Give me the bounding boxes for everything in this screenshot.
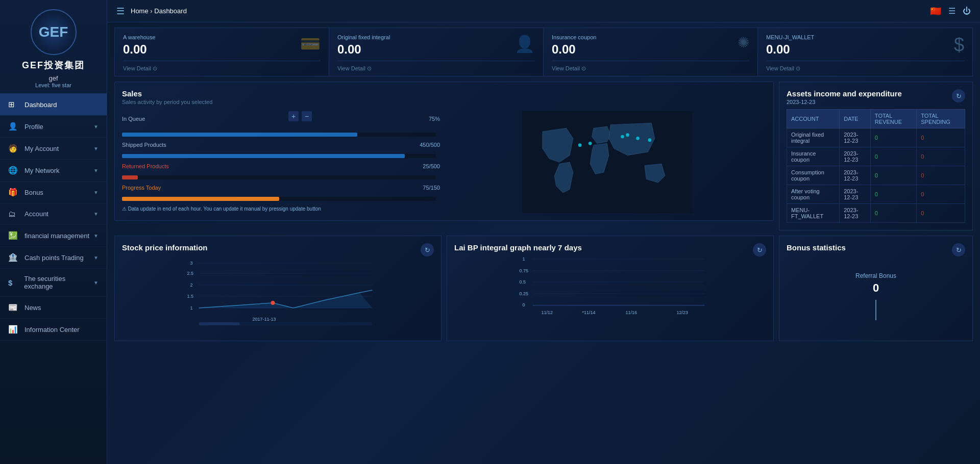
view-detail-link-insurance[interactable]: View Detail ⊙ xyxy=(552,65,749,72)
chevron-down-icon: ▼ xyxy=(93,146,99,151)
world-map-svg xyxy=(448,111,766,213)
chevron-down-icon: ▼ xyxy=(93,211,99,217)
sidebar-item-profile[interactable]: 👤 Profile ▼ xyxy=(0,116,107,138)
sales-row-shipped: Shipped Products 450/500 xyxy=(122,142,440,148)
svg-point-5 xyxy=(636,137,640,140)
bottom-row: Stock price information ↻ 3 2.5 2 1.5 1 xyxy=(114,236,973,341)
bar-wrap-progress xyxy=(122,197,436,201)
content-area: A warehouse 0.00 💳 View Detail ⊙ Origina… xyxy=(107,22,980,464)
stat-value-fixed-integral: 0.00 xyxy=(337,42,535,57)
svg-point-6 xyxy=(648,138,652,142)
financial-icon: 💹 xyxy=(8,231,19,240)
divider xyxy=(552,61,749,61)
view-detail-link-integral[interactable]: View Detail ⊙ xyxy=(337,65,535,72)
svg-text:3: 3 xyxy=(190,261,193,266)
sidebar-item-label: The securities exchange xyxy=(24,275,93,290)
refresh-button[interactable]: ↻ xyxy=(952,89,965,102)
stock-chart-svg: 3 2.5 2 1.5 1 xyxy=(122,257,434,328)
sales-note: ⚠ Data update in end of each hour. You c… xyxy=(122,206,440,212)
sidebar-item-news[interactable]: 📰 News xyxy=(0,297,107,319)
lai-bp-chart: 1 0.75 0.5 0.25 0 11/12 xyxy=(454,253,766,329)
sales-subtitle: Sales activity by period you selected xyxy=(122,99,766,105)
bar-wrap-queue xyxy=(122,133,436,137)
stat-value-insurance: 0.00 xyxy=(552,42,749,57)
svg-text:1: 1 xyxy=(523,256,525,262)
my-account-icon: 🧑 xyxy=(8,144,19,153)
stock-refresh-button[interactable]: ↻ xyxy=(421,243,434,256)
sidebar-item-my-network[interactable]: 🌐 My Network ▼ xyxy=(0,160,107,182)
stat-card-wallet: MENU-JI_WALLET 0.00 $ View Detail ⊙ xyxy=(758,28,972,76)
sidebar-item-financial-management[interactable]: 💹 financial management ▼ xyxy=(0,225,107,247)
sidebar-item-label: My Account xyxy=(24,145,59,152)
cell-revenue: 0 xyxy=(870,147,916,166)
sidebar-item-dashboard[interactable]: ⊞ Dashboard xyxy=(0,94,107,116)
cell-spending: 0 xyxy=(917,204,965,223)
cell-spending: 0 xyxy=(917,185,965,204)
assets-date: 2023-12-23 xyxy=(787,99,965,105)
lai-bp-svg: 1 0.75 0.5 0.25 0 11/12 xyxy=(454,253,766,324)
sidebar-item-label: Bonus xyxy=(24,189,43,196)
power-icon[interactable]: ⏻ xyxy=(963,7,971,16)
cell-account: Consumption coupon xyxy=(787,166,840,185)
bonus-refresh-button[interactable]: ↻ xyxy=(952,243,965,256)
sidebar-logo: GEF GEF投资集团 gef Level: five star xyxy=(0,0,107,94)
assets-table: ACCOUNT DATE TOTAL REVENUE TOTAL SPENDIN… xyxy=(787,109,965,223)
svg-point-3 xyxy=(621,135,624,139)
svg-text:11/16: 11/16 xyxy=(626,310,638,315)
view-detail-link-wallet[interactable]: View Detail ⊙ xyxy=(766,65,964,72)
sidebar-item-account[interactable]: 🗂 Account ▼ xyxy=(0,203,107,225)
stat-value-wallet: 0.00 xyxy=(766,42,964,57)
sales-label-queue: In Queue xyxy=(122,116,188,122)
svg-text:12/23: 12/23 xyxy=(677,310,689,315)
th-spending: TOTAL SPENDING xyxy=(917,110,965,128)
sales-label-returned: Returned Products xyxy=(122,163,188,169)
sales-controls: + − xyxy=(288,111,312,121)
cursor-line xyxy=(875,300,876,320)
referral-bonus: Referral Bonus 0 xyxy=(787,272,965,320)
logo-circle: GEF xyxy=(31,9,77,55)
sidebar-item-cash-points-trading[interactable]: 🏦 Cash points Trading ▼ xyxy=(0,247,107,269)
stock-title: Stock price information xyxy=(122,243,434,252)
sidebar-item-bonus[interactable]: 🎁 Bonus ▼ xyxy=(0,182,107,203)
cell-revenue: 0 xyxy=(870,185,916,204)
chevron-down-icon: ▼ xyxy=(93,124,99,130)
sidebar-item-label: Account xyxy=(24,210,48,218)
flag-icon[interactable]: 🇨🇳 xyxy=(930,6,941,17)
menu-icon[interactable]: ☰ xyxy=(948,6,955,16)
securities-icon: $ xyxy=(8,278,19,287)
svg-rect-32 xyxy=(533,305,705,306)
sales-val-queue: 75% xyxy=(412,116,440,122)
breadcrumb-home[interactable]: Home xyxy=(131,7,149,15)
bonus-title: Bonus statistics xyxy=(787,243,965,252)
cash-icon: 🏦 xyxy=(8,253,19,262)
bar-wrap-shipped xyxy=(122,154,436,158)
lai-bp-title: Lai BP integral graph nearly 7 days xyxy=(454,243,766,252)
news-icon: 📰 xyxy=(8,303,19,312)
sales-panel: Sales Sales activity by period you selec… xyxy=(114,82,774,221)
cell-date: 2023-12-23 xyxy=(840,147,871,166)
spin-icon: ✺ xyxy=(738,34,749,51)
table-row: After voting coupon 2023-12-23 0 0 xyxy=(787,185,965,204)
svg-text:2: 2 xyxy=(190,282,193,288)
cell-date: 2023-12-23 xyxy=(840,185,871,204)
sidebar-item-my-account[interactable]: 🧑 My Account ▼ xyxy=(0,138,107,160)
referral-label: Referral Bonus xyxy=(787,272,965,279)
sidebar-item-label: News xyxy=(24,304,41,312)
view-detail-link-warehouse[interactable]: View Detail ⊙ xyxy=(123,65,321,72)
svg-point-18 xyxy=(271,301,275,305)
stock-chart-area: 3 2.5 2 1.5 1 xyxy=(122,257,434,333)
stat-card-warehouse: A warehouse 0.00 💳 View Detail ⊙ xyxy=(115,28,329,76)
svg-text:0: 0 xyxy=(523,302,525,307)
my-network-icon: 🌐 xyxy=(8,166,19,175)
sales-bars-col: In Queue + − 75% xyxy=(122,111,440,213)
minus-button[interactable]: − xyxy=(302,111,312,121)
divider xyxy=(123,61,321,61)
topbar: ☰ Home › Dashboard 🇨🇳 ☰ ⏻ xyxy=(107,0,980,22)
bar-queue xyxy=(122,133,357,137)
sidebar-item-securities-exchange[interactable]: $ The securities exchange ▼ xyxy=(0,269,107,297)
stat-cards: A warehouse 0.00 💳 View Detail ⊙ Origina… xyxy=(114,28,973,76)
plus-button[interactable]: + xyxy=(288,111,299,121)
sidebar-item-information-center[interactable]: 📊 Information Center xyxy=(0,319,107,341)
hamburger-button[interactable]: ☰ xyxy=(116,6,125,17)
left-panel: Sales Sales activity by period you selec… xyxy=(114,82,774,230)
